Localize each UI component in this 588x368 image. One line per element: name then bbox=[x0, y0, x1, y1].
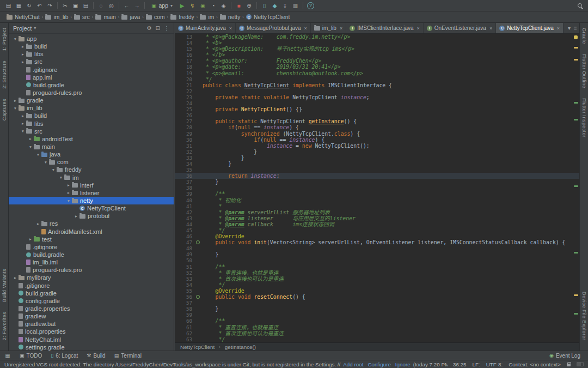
breadcrumb-item-im-lib[interactable]: im_lib bbox=[44, 14, 69, 20]
tree-node-build[interactable]: ▸build bbox=[9, 43, 174, 50]
tree-node-build[interactable]: ▸build bbox=[9, 112, 174, 119]
debug-icon[interactable]: ◉ bbox=[198, 1, 207, 10]
hidden-tabs-icon[interactable]: ▾ bbox=[568, 25, 571, 31]
tree-collapsed-arrow-icon[interactable]: ▸ bbox=[73, 214, 79, 219]
scroll-error-mark[interactable] bbox=[574, 313, 578, 315]
tree-node-im-lib-iml[interactable]: im_lib.iml bbox=[9, 258, 174, 266]
stop-icon[interactable]: ■ bbox=[234, 1, 243, 10]
tool-window-button-todo[interactable]: ▣TODO bbox=[15, 351, 46, 360]
close-tab-icon[interactable]: × bbox=[557, 26, 560, 31]
tree-node-settings-gradle[interactable]: settings.gradle bbox=[9, 343, 174, 351]
back-icon[interactable]: ← bbox=[122, 1, 131, 10]
help-icon[interactable]: ? bbox=[307, 2, 314, 9]
tree-collapsed-arrow-icon[interactable]: ▸ bbox=[20, 44, 26, 49]
tree-node-protobuf[interactable]: ▸protobuf bbox=[9, 212, 174, 220]
tree-node-nettytcpclient[interactable]: CNettyTcpClient bbox=[9, 204, 174, 212]
tree-node-androidmanifest-xml[interactable]: AndroidManifest.xml bbox=[9, 228, 174, 236]
line-number[interactable]: 34 bbox=[175, 161, 194, 167]
settings-gear-icon[interactable]: ⚙ bbox=[147, 25, 152, 31]
coverage-icon[interactable]: ◈ bbox=[219, 1, 228, 10]
tree-collapsed-arrow-icon[interactable]: ▸ bbox=[12, 98, 19, 103]
tree-expanded-arrow-icon[interactable]: ▾ bbox=[58, 175, 64, 180]
editor-tab-nettytcpclient-java[interactable]: CNettyTcpClient.java× bbox=[496, 23, 564, 33]
line-separator-widget[interactable]: LF: bbox=[473, 361, 480, 367]
context-widget[interactable]: Context: <no context> bbox=[509, 361, 561, 367]
tree-collapsed-arrow-icon[interactable]: ▸ bbox=[65, 183, 72, 188]
tree-node-proguard-rules-pro[interactable]: proguard-rules.pro bbox=[9, 266, 174, 274]
tree-node-app-iml[interactable]: app.iml bbox=[9, 74, 174, 81]
tree-node-gradle-properties[interactable]: gradle.properties bbox=[9, 305, 174, 312]
tree-node-gitignore[interactable]: .gitignore bbox=[9, 243, 174, 251]
line-number[interactable]: 17 bbox=[175, 58, 194, 64]
tree-collapsed-arrow-icon[interactable]: ▸ bbox=[27, 237, 34, 242]
readonly-lock-icon[interactable] bbox=[567, 364, 571, 366]
line-number[interactable]: 47 bbox=[175, 239, 194, 245]
tree-collapsed-arrow-icon[interactable]: ▸ bbox=[20, 59, 26, 64]
breadcrumb-item-java[interactable]: java bbox=[120, 14, 141, 20]
line-number[interactable]: 50 bbox=[175, 257, 194, 263]
tree-expanded-arrow-icon[interactable]: ▾ bbox=[50, 167, 57, 172]
line-number[interactable]: 21 bbox=[175, 82, 194, 88]
caret-position-widget[interactable]: 36:25 bbox=[453, 361, 467, 367]
file-encoding-widget[interactable]: UTF-8: bbox=[486, 361, 503, 367]
tree-node-config-gradle[interactable]: config.gradle bbox=[9, 297, 174, 305]
close-tab-icon[interactable]: × bbox=[489, 26, 492, 31]
line-number[interactable]: 58 bbox=[175, 306, 194, 312]
tree-node-gradle[interactable]: ▸gradle bbox=[9, 96, 174, 104]
tree-node-app[interactable]: ▾app bbox=[9, 35, 174, 43]
line-number[interactable]: 32 bbox=[175, 149, 194, 155]
tool-stripe-button-flutter-inspector[interactable]: Flutter Inspector bbox=[581, 98, 587, 137]
vcs-action-ignore[interactable]: Ignore bbox=[395, 361, 411, 367]
line-number[interactable]: 31 bbox=[175, 143, 194, 149]
tree-expanded-arrow-icon[interactable]: ▾ bbox=[35, 152, 41, 157]
search-everywhere-icon[interactable] bbox=[575, 1, 584, 10]
tree-collapsed-arrow-icon[interactable]: ▸ bbox=[12, 275, 19, 280]
line-number[interactable]: 25 bbox=[175, 106, 194, 112]
tool-stripe-button-2-favorites[interactable]: 2: Favorites bbox=[2, 312, 7, 340]
tree-node-build-gradle[interactable]: build.gradle bbox=[9, 81, 174, 89]
scroll-error-mark[interactable] bbox=[574, 119, 578, 120]
tree-node-java[interactable]: ▾java bbox=[9, 150, 174, 158]
line-number[interactable]: 60 bbox=[175, 318, 194, 324]
tree-collapsed-arrow-icon[interactable]: ▸ bbox=[20, 52, 26, 57]
tree-node-proguard-rules-pro[interactable]: proguard-rules.pro bbox=[9, 89, 174, 96]
scroll-error-mark[interactable] bbox=[574, 185, 578, 187]
tree-node-netty[interactable]: ▾netty bbox=[9, 197, 174, 204]
editor-tab-mainactivity-java[interactable]: CMainActivity.java× bbox=[175, 23, 236, 33]
tree-expanded-arrow-icon[interactable]: ▾ bbox=[27, 144, 34, 149]
tree-collapsed-arrow-icon[interactable]: ▸ bbox=[65, 190, 72, 195]
tool-window-button-terminal[interactable]: ▤Terminal bbox=[110, 351, 146, 360]
editor-tab-messageprotobuf-java[interactable]: CMessageProtobuf.java× bbox=[236, 23, 311, 33]
line-number[interactable]: 53 bbox=[175, 276, 194, 282]
tree-expanded-arrow-icon[interactable]: ▾ bbox=[12, 37, 19, 41]
close-tab-icon[interactable]: × bbox=[229, 26, 232, 31]
line-number[interactable]: 63 bbox=[175, 336, 194, 342]
cut-icon[interactable]: ✂ bbox=[60, 1, 70, 10]
close-tab-icon[interactable]: × bbox=[417, 26, 420, 31]
tree-node-libs[interactable]: ▸libs bbox=[9, 120, 174, 128]
scroll-error-mark[interactable] bbox=[574, 47, 578, 49]
sync-icon[interactable]: ↻ bbox=[24, 1, 34, 10]
tree-node-main[interactable]: ▾main bbox=[9, 143, 174, 150]
close-tab-icon[interactable]: × bbox=[304, 26, 307, 31]
line-number[interactable]: 40 bbox=[175, 197, 194, 203]
tree-collapsed-arrow-icon[interactable]: ▸ bbox=[20, 121, 26, 126]
collapse-all-icon[interactable]: ⊟ bbox=[156, 25, 160, 31]
scroll-error-mark[interactable] bbox=[574, 252, 578, 254]
close-tab-icon[interactable]: × bbox=[340, 26, 342, 31]
tree-node-gitignore[interactable]: .gitignore bbox=[9, 282, 174, 289]
scroll-error-mark[interactable] bbox=[574, 59, 578, 61]
tool-stripe-button-2-structure[interactable]: 2: Structure bbox=[2, 61, 7, 89]
inspections-indicator-icon[interactable] bbox=[574, 35, 578, 39]
line-number[interactable]: 54 bbox=[175, 282, 194, 288]
line-number[interactable]: 35 bbox=[175, 167, 194, 173]
tree-node-im-lib[interactable]: ▾im_lib bbox=[9, 104, 174, 112]
tree-collapsed-arrow-icon[interactable]: ▸ bbox=[35, 221, 41, 226]
line-number[interactable]: 59 bbox=[175, 312, 194, 318]
line-number[interactable]: 42 bbox=[175, 209, 194, 215]
tree-expanded-arrow-icon[interactable]: ▾ bbox=[12, 106, 19, 111]
tool-stripe-button-build-variants[interactable]: Build Variants bbox=[2, 269, 7, 302]
run-configuration-selector[interactable]: ▣ app ▾ bbox=[149, 1, 175, 10]
undo-icon[interactable]: ↶ bbox=[35, 1, 44, 10]
avd-manager-icon[interactable]: ▯ bbox=[260, 1, 269, 10]
